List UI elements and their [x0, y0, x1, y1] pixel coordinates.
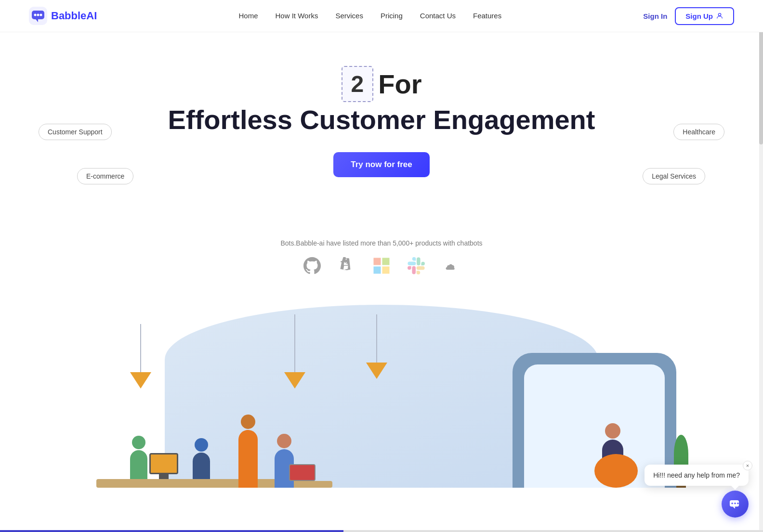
pill-ecommerce[interactable]: E-commerce [77, 168, 133, 184]
svg-rect-7 [382, 258, 390, 265]
integration-icons [0, 256, 763, 276]
laptop [289, 464, 316, 481]
sign-up-button[interactable]: Sign Up [675, 7, 734, 25]
person-2 [193, 438, 210, 479]
svg-point-4 [40, 14, 42, 16]
lamp-center-left [284, 314, 305, 389]
chat-bubble: × Hi!!! need any help from me? [645, 465, 749, 486]
cta-button[interactable]: Try now for free [333, 152, 430, 177]
nav-contact[interactable]: Contact Us [420, 12, 456, 20]
logo[interactable]: BabbleAI [29, 7, 97, 25]
slack-icon [406, 256, 426, 276]
nav-home[interactable]: Home [238, 12, 258, 20]
pill-customer-support[interactable]: Customer Support [39, 124, 112, 140]
logo-icon [29, 7, 47, 25]
hero-number: 2 [342, 66, 374, 102]
hero-section: Customer Support E-commerce Healthcare L… [0, 32, 763, 234]
person-3 [238, 415, 258, 488]
integrations-text: Bots.Babble-ai have listed more than 5,0… [0, 239, 763, 247]
nav-services[interactable]: Services [335, 12, 363, 20]
svg-rect-9 [382, 267, 390, 274]
svg-point-5 [718, 13, 721, 16]
cloudflare-icon [441, 256, 461, 276]
svg-rect-8 [374, 267, 381, 274]
hero-for-text: For [378, 68, 421, 100]
pill-healthcare[interactable]: Healthcare [673, 124, 724, 140]
svg-rect-6 [374, 258, 381, 265]
illustration-section [0, 295, 763, 488]
nav-links: Home How It Works Services Pricing Conta… [238, 12, 501, 20]
person-1 [130, 436, 147, 479]
nav-actions: Sign In Sign Up [643, 7, 734, 25]
scrollbar-track [759, 0, 763, 488]
navbar: BabbleAI Home How It Works Services Pric… [0, 0, 763, 32]
chat-close-button[interactable]: × [743, 461, 752, 470]
nav-how-it-works[interactable]: How It Works [276, 12, 318, 20]
hero-subtitle: Effortless Customer Engagement [10, 105, 753, 135]
pill-legal-services[interactable]: Legal Services [643, 168, 705, 184]
lamp-left [130, 324, 151, 389]
svg-point-2 [34, 14, 37, 16]
desktop-monitor [149, 453, 178, 479]
integrations-section: Bots.Babble-ai have listed more than 5,0… [0, 234, 763, 290]
github-icon [302, 256, 322, 276]
chat-message: Hi!!! need any help from me? [653, 471, 740, 479]
nav-features[interactable]: Features [473, 12, 501, 20]
nav-pricing[interactable]: Pricing [381, 12, 403, 20]
chat-widget: × Hi!!! need any help from me? [645, 465, 749, 488]
bean-bag [594, 454, 638, 488]
shopify-icon [337, 256, 357, 276]
microsoft-icon [371, 256, 392, 276]
sign-in-button[interactable]: Sign In [643, 12, 667, 20]
brand-name: BabbleAI [51, 10, 97, 22]
hero-title-row: 2 For [10, 66, 753, 102]
user-icon [716, 12, 724, 20]
lamp-center-right [366, 314, 387, 379]
svg-point-3 [37, 14, 39, 16]
